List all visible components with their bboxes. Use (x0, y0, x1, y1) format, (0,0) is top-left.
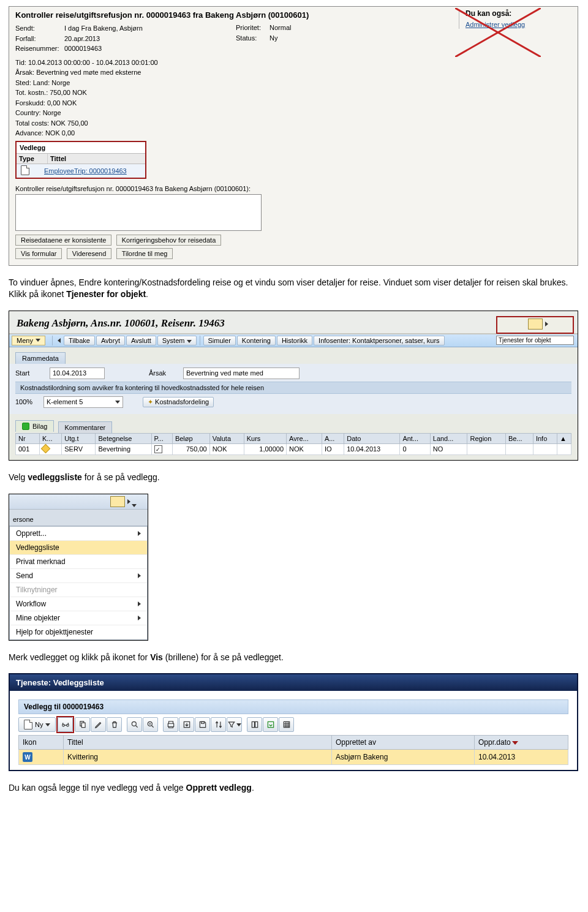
find-button[interactable] (127, 717, 142, 732)
tilordne-button[interactable]: Tilordne til meg (116, 248, 173, 259)
col-ant[interactable]: Ant... (400, 433, 430, 443)
administer-attachments-link[interactable]: Administrer vedlegg (466, 21, 525, 28)
start-input[interactable] (50, 367, 105, 379)
toolbar-kontering[interactable]: Kontering (237, 336, 276, 345)
layout-button[interactable] (247, 717, 262, 732)
col-a[interactable]: A... (322, 433, 344, 443)
arsak-input[interactable] (183, 367, 300, 379)
find-next-button[interactable] (143, 717, 158, 732)
col-be[interactable]: Be... (505, 433, 533, 443)
copy-button[interactable] (75, 717, 90, 732)
chevron-right-icon (138, 573, 141, 578)
back-arrow-icon[interactable] (58, 338, 61, 343)
object-services-menu: ersone Opprett... Vedleggsliste Privat m… (9, 494, 148, 641)
col-betegnelse[interactable]: Betegnelse (96, 433, 151, 443)
korrigeringsbehov-button[interactable]: Korrigeringsbehov for reisedata (116, 235, 221, 246)
toolbar-avbryt[interactable]: Avbryt (96, 336, 125, 345)
col-opprettet-av[interactable]: Opprettet av (332, 736, 475, 750)
menu-vedleggsliste[interactable]: Vedleggsliste (10, 541, 147, 555)
object-services-button[interactable] (496, 316, 574, 334)
select-layout-button[interactable] (263, 717, 278, 732)
attachment-table: Ikon Tittel Opprettet av Oppr.dato W Kvi… (18, 735, 568, 765)
sap-toolbar: Meny Tilbake Avbryt Avslutt System Simul… (9, 334, 578, 347)
delete-button[interactable] (107, 717, 122, 732)
lower-tabs: Bilag Kommentarer (15, 420, 578, 433)
reisedata-konsistente-button[interactable]: Reisedataene er konsistente (15, 235, 111, 246)
col-ikon[interactable]: Ikon (19, 736, 64, 750)
tab-bilag[interactable]: Bilag (15, 420, 54, 432)
diamond-icon (41, 444, 51, 454)
k-element-select[interactable]: K-element 5 (43, 396, 123, 408)
workflow-item-panel: Kontroller reise/utgiftsrefusjon nr. 000… (9, 6, 578, 266)
tab-kommentarer[interactable]: Kommentarer (58, 421, 113, 433)
object-services-button[interactable] (110, 496, 137, 509)
new-button[interactable]: Ny (18, 717, 56, 732)
copy-icon (78, 720, 87, 729)
layout-icon (251, 720, 259, 729)
toolbar-infosenter[interactable]: Infosenter: Kontaktpersoner, satser, kur… (314, 336, 445, 345)
svg-rect-9 (255, 722, 258, 728)
menu-mine-objekter[interactable]: Mine objekter (10, 611, 147, 625)
attachment-header: Vedlegg (17, 142, 145, 154)
rammedata-tab[interactable]: Rammedata (15, 352, 66, 364)
col-utgt[interactable]: Utg.t (62, 433, 96, 443)
svg-rect-8 (252, 722, 254, 728)
hundre-label: 100% (15, 398, 40, 405)
attachment-row[interactable]: EmployeeTrip: 0000019463 (17, 164, 145, 178)
menu-workflow[interactable]: Workflow (10, 597, 147, 611)
col-valuta[interactable]: Valuta (209, 433, 244, 443)
col-avre[interactable]: Avre... (287, 433, 322, 443)
toolbar-simuler[interactable]: Simuler (203, 336, 236, 345)
comment-textarea[interactable] (15, 194, 262, 231)
chevron-down-icon (236, 723, 241, 726)
filter-icon (227, 720, 236, 729)
col-nr[interactable]: Nr (16, 433, 40, 443)
attachment-link[interactable]: EmployeeTrip: 0000019463 (44, 167, 127, 175)
attachment-toolbar: Ny (18, 714, 568, 735)
toolbar-system[interactable]: System (157, 336, 197, 345)
scroll-up-button[interactable]: ▲ (557, 433, 571, 443)
col-kurs[interactable]: Kurs (244, 433, 286, 443)
arsak-label: Årsak (149, 369, 179, 377)
menu-button[interactable]: Meny (12, 336, 45, 345)
view-button[interactable] (58, 717, 73, 732)
edit-button[interactable] (91, 717, 106, 732)
checkbox-icon[interactable]: ✓ (154, 445, 162, 453)
col-p[interactable]: P... (151, 433, 172, 443)
col-tittel[interactable]: Tittel (64, 736, 332, 750)
menu-opprett[interactable]: Opprett... (10, 527, 147, 541)
object-services-button-area: Tjenester for objekt (496, 316, 574, 345)
word-doc-icon: W (23, 752, 32, 762)
print-button[interactable] (163, 717, 178, 732)
col-info[interactable]: Info (533, 433, 557, 443)
filter-button[interactable] (227, 717, 242, 732)
svg-point-4 (132, 722, 136, 726)
side-text-fragment: ersone (13, 516, 34, 523)
col-region[interactable]: Region (467, 433, 505, 443)
save-button[interactable] (195, 717, 210, 732)
col-oppr-dato[interactable]: Oppr.dato (475, 736, 568, 750)
chevron-down-icon (187, 340, 192, 343)
menu-send[interactable]: Send (10, 569, 147, 583)
menu-hjelp[interactable]: Hjelp for objekttjenester (10, 625, 147, 639)
col-type: Type (17, 154, 48, 164)
col-k[interactable]: K... (39, 433, 61, 443)
bilag-grid: Nr K... Utg.t Betegnelse P... Beløp Valu… (15, 433, 571, 456)
toolbar-historikk[interactable]: Historikk (277, 336, 312, 345)
sort-button[interactable] (211, 717, 226, 732)
toolbar-avslutt[interactable]: Avslutt (126, 336, 156, 345)
table-row[interactable]: W Kvittering Asbjørn Bakeng 10.04.2013 (19, 750, 568, 765)
menu-privat-merknad[interactable]: Privat merknad (10, 555, 147, 569)
col-belop[interactable]: Beløp (172, 433, 209, 443)
grid-button[interactable] (279, 717, 294, 732)
kostnadsfordeling-button[interactable]: ✦ Kostnadsfordeling (143, 397, 214, 407)
table-row[interactable]: 001 SERV Bevertning ✓ 750,00 NOK 1,00000… (16, 443, 571, 455)
sort-desc-icon (512, 741, 518, 745)
toolbar-tilbake[interactable]: Tilbake (64, 336, 95, 345)
vis-formular-button[interactable]: Vis formular (15, 248, 62, 259)
videresend-button[interactable]: Videresend (67, 248, 111, 259)
instruction-paragraph: Du kan også legge til nye vedlegg ved å … (9, 782, 578, 794)
export-button[interactable] (179, 717, 194, 732)
col-land[interactable]: Land... (430, 433, 467, 443)
col-dato[interactable]: Dato (344, 433, 400, 443)
